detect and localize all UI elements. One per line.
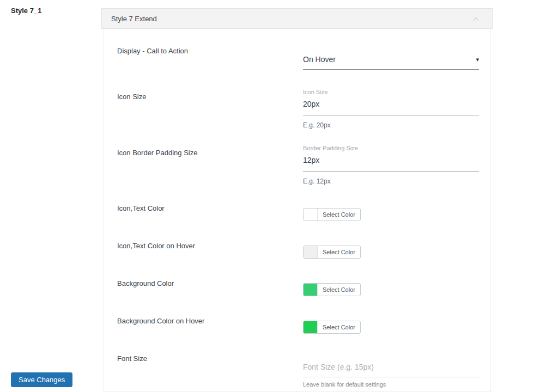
icon-text-color-hover-label: Icon,Text Color on Hover xyxy=(117,242,303,260)
select-color-button-label: Select Color xyxy=(318,209,360,220)
panel-title: Style 7 Extend xyxy=(111,15,157,23)
select-color-button-label: Select Color xyxy=(318,321,360,333)
row-border-padding: Icon Border Padding Size Border Padding … xyxy=(117,145,479,185)
background-color-hover-label: Background Color on Hover xyxy=(117,317,303,335)
display-cta-selected-value: On Hover xyxy=(303,55,336,64)
row-icon-text-color-hover: Icon,Text Color on Hover Select Color xyxy=(117,242,479,260)
icon-text-color-label: Icon,Text Color xyxy=(117,204,303,223)
chevron-up-icon[interactable] xyxy=(472,17,478,23)
icon-size-input[interactable] xyxy=(303,100,479,115)
row-background-color: Background Color Select Color xyxy=(117,279,479,298)
icon-size-field-label: Icon Size xyxy=(303,89,479,95)
style-extend-panel: Style 7 Extend Display - Call to Action … xyxy=(101,8,493,392)
color-swatch xyxy=(304,209,318,220)
style-section-title: Style 7_1 xyxy=(11,7,41,15)
font-size-input[interactable] xyxy=(303,363,479,377)
border-padding-label: Icon Border Padding Size xyxy=(117,145,303,185)
display-cta-label: Display - Call to Action xyxy=(117,47,303,70)
border-padding-field-label: Border Padding Size xyxy=(303,145,479,151)
row-icon-text-color: Icon,Text Color Select Color xyxy=(117,204,479,223)
display-cta-select[interactable]: On Hover ▾ xyxy=(303,55,479,70)
font-size-label: Font Size xyxy=(117,354,303,388)
icon-text-color-picker-button[interactable]: Select Color xyxy=(303,208,361,221)
color-swatch xyxy=(304,284,318,296)
row-font-size: Font Size Leave blank for default settin… xyxy=(117,354,479,388)
row-icon-size: Icon Size Icon Size E.g. 20px xyxy=(117,89,479,129)
background-color-picker-button[interactable]: Select Color xyxy=(303,283,361,296)
border-padding-hint: E.g. 12px xyxy=(303,177,479,185)
color-swatch xyxy=(304,246,318,258)
color-swatch xyxy=(304,321,318,333)
dropdown-caret-icon: ▾ xyxy=(476,57,479,63)
icon-size-hint: E.g. 20px xyxy=(303,121,479,129)
select-color-button-label: Select Color xyxy=(318,284,360,296)
panel-header[interactable]: Style 7 Extend xyxy=(101,8,493,29)
font-size-hint: Leave blank for default settings xyxy=(303,381,479,388)
border-padding-input[interactable] xyxy=(303,156,479,171)
background-color-label: Background Color xyxy=(117,279,303,298)
select-color-button-label: Select Color xyxy=(318,246,360,258)
icon-size-label: Icon Size xyxy=(117,89,303,129)
row-background-color-hover: Background Color on Hover Select Color xyxy=(117,317,479,335)
save-changes-button[interactable]: Save Changes xyxy=(11,372,72,387)
row-display-cta: Display - Call to Action On Hover ▾ xyxy=(117,47,479,70)
icon-text-color-hover-picker-button[interactable]: Select Color xyxy=(303,246,361,259)
background-color-hover-picker-button[interactable]: Select Color xyxy=(303,321,361,334)
